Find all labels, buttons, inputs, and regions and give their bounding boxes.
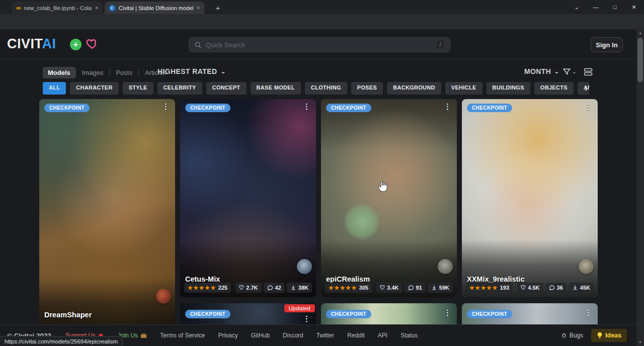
chip-all[interactable]: ALL [43, 82, 66, 95]
tab-close-icon[interactable]: ✕ [196, 6, 200, 11]
browser-toolbar: ← → ↻ civitai.com ☆ ⋮ [0, 14, 644, 29]
footer-link-reddit[interactable]: Reddit [347, 332, 365, 339]
download-icon [572, 285, 578, 291]
star-icons: ★★★★★ [469, 285, 498, 291]
chip-objects[interactable]: OBJECTS [534, 82, 574, 95]
logo-ai-text: AI [42, 36, 56, 51]
browser-tab-civitai[interactable]: C Civitai | Stable Diffusion models, ✕ [105, 2, 204, 14]
bugs-button[interactable]: Bugs [561, 332, 583, 339]
layout-toggle-icon[interactable] [584, 68, 593, 78]
sign-in-button[interactable]: Sign In [591, 37, 623, 52]
card-menu-dots-icon[interactable]: ⋮ [162, 102, 170, 111]
tab-search-icon[interactable]: ⌄ [569, 0, 584, 14]
creator-avatar[interactable] [156, 289, 171, 304]
card-menu-dots-icon[interactable]: ⋮ [585, 308, 592, 317]
footer-link-terms[interactable]: Terms of Service [160, 332, 205, 339]
ideas-button[interactable]: Ideas [591, 329, 627, 342]
star-icons: ★★★★★ [329, 285, 357, 291]
colab-favicon-icon: ∞ [16, 5, 21, 11]
sort-dropdown[interactable]: HIGHEST RATED ⌄ [157, 67, 226, 75]
scrollbar-down-arrow-icon[interactable]: ▼ [636, 340, 644, 344]
card-menu-dots-icon[interactable]: ⋮ [303, 102, 310, 111]
footer-link-api[interactable]: API [378, 332, 387, 339]
bug-icon [561, 332, 567, 338]
creator-avatar[interactable] [579, 259, 594, 274]
comments-pill: 91 [405, 283, 426, 293]
model-card-cetus-mix[interactable]: CHECKPOINT ⋮ Cetus-Mix ★★★★★ 225 ♡2.7K 4… [180, 99, 316, 297]
rating-pill: ★★★★★ 305 [325, 283, 372, 293]
card-menu-dots-icon[interactable]: ⋮ [585, 102, 592, 111]
window-minimize-button[interactable]: — [588, 0, 603, 14]
lightbulb-icon [597, 332, 603, 339]
briefcase-icon [140, 332, 147, 338]
card-stats: ★★★★★ 193 ♡4.5K 36 45K [466, 283, 594, 293]
chips-scroll-right-icon[interactable]: › [585, 82, 588, 94]
quick-search-box[interactable]: / [189, 37, 450, 52]
scrollbar-thumb[interactable] [637, 38, 643, 82]
comments-pill: 42 [264, 283, 285, 293]
tab-images[interactable]: Images [76, 67, 110, 78]
model-name: Cetus-Mix [185, 275, 220, 283]
download-icon [290, 285, 296, 291]
chip-background[interactable]: BACKGROUND [387, 82, 441, 95]
bugs-label: Bugs [570, 332, 583, 339]
card-stats: ★★★★★ 225 ♡2.7K 42 38K [184, 283, 312, 293]
chip-character[interactable]: CHARACTER [70, 82, 118, 95]
likes-pill: ♡4.5K [517, 283, 543, 293]
heart-icon: ♡ [380, 284, 385, 291]
model-name: DreamShaper [44, 311, 92, 319]
period-dropdown[interactable]: MONTH ⌄ [524, 67, 559, 75]
card-menu-dots-icon[interactable]: ⋮ [444, 102, 451, 111]
creator-avatar[interactable] [438, 259, 453, 274]
chip-buildings[interactable]: BUILDINGS [487, 82, 530, 95]
chip-celebrity[interactable]: CELEBRITY [157, 82, 202, 95]
browser-titlebar: ∞ new_colab_file.ipynb - Colaborat ✕ C C… [0, 0, 644, 14]
tab-models[interactable]: Models [43, 67, 75, 78]
model-card-xxmix9realistic[interactable]: CHECKPOINT ⋮ XXMix_9realistic ★★★★★ 193 … [462, 99, 598, 297]
tab-title: Civitai | Stable Diffusion models, [119, 5, 193, 11]
card-menu-dots-icon[interactable]: ⋮ [303, 314, 310, 323]
checkpoint-badge: CHECKPOINT [185, 104, 230, 112]
checkpoint-badge: CHECKPOINT [185, 310, 230, 318]
chip-poses[interactable]: POSES [351, 82, 383, 95]
chip-vehicle[interactable]: VEHICLE [445, 82, 482, 95]
status-url-text: https://civitai.com/models/25694/epicrea… [5, 338, 118, 344]
favorites-heart-icon[interactable] [86, 37, 99, 52]
content-type-tabs: Models Images Posts Articles [43, 66, 173, 79]
window-close-button[interactable]: ✕ [626, 0, 641, 14]
create-plus-button[interactable]: + [70, 39, 82, 50]
new-tab-button[interactable]: + [212, 2, 223, 13]
model-card-dreamshaper[interactable]: CHECKPOINT ⋮ DreamShaper [39, 99, 175, 335]
chip-base-model[interactable]: BASE MODEL [251, 82, 301, 95]
mouse-cursor-hand-icon [376, 180, 388, 195]
page-scrollbar[interactable]: ▲ ▼ [636, 29, 644, 346]
footer-link-privacy[interactable]: Privacy [218, 332, 237, 339]
scrollbar-up-arrow-icon[interactable]: ▲ [636, 31, 644, 35]
tab-posts[interactable]: Posts [110, 67, 138, 78]
downloads-count: 59K [439, 285, 449, 291]
updated-badge: Updated [284, 304, 315, 312]
footer-link-status[interactable]: Status [400, 332, 418, 339]
footer-link-discord[interactable]: Discord [283, 332, 303, 339]
card-stats: ★★★★★ 305 ♡3.4K 91 59K [325, 283, 453, 293]
chip-clothing[interactable]: CLOTHING [305, 82, 347, 95]
search-input[interactable] [206, 41, 432, 49]
civitai-logo[interactable]: CIVITAI [7, 36, 56, 52]
footer-link-github[interactable]: GitHub [251, 332, 270, 339]
checkpoint-badge: CHECKPOINT [467, 104, 512, 112]
footer-link-twitter[interactable]: Twitter [316, 332, 334, 339]
downloads-count: 45K [580, 285, 590, 291]
card-menu-dots-icon[interactable]: ⋮ [444, 308, 451, 317]
tab-close-icon[interactable]: ✕ [95, 6, 99, 11]
chip-concept[interactable]: CONCEPT [206, 82, 247, 95]
browser-tab-colab[interactable]: ∞ new_colab_file.ipynb - Colaborat ✕ [12, 2, 103, 14]
window-maximize-button[interactable]: □ [607, 0, 622, 14]
model-card-epicrealism[interactable]: CHECKPOINT ⋮ epiCRealism ★★★★★ 305 ♡3.4K… [321, 99, 457, 297]
filter-dropdown[interactable]: ⌄ [562, 67, 576, 76]
downloads-count: 38K [298, 285, 308, 291]
rating-count: 305 [359, 285, 368, 291]
downloads-pill: 38K [287, 283, 312, 293]
creator-avatar[interactable] [297, 259, 312, 274]
chip-style[interactable]: STYLE [123, 82, 153, 95]
rating-pill: ★★★★★ 193 [466, 283, 513, 293]
